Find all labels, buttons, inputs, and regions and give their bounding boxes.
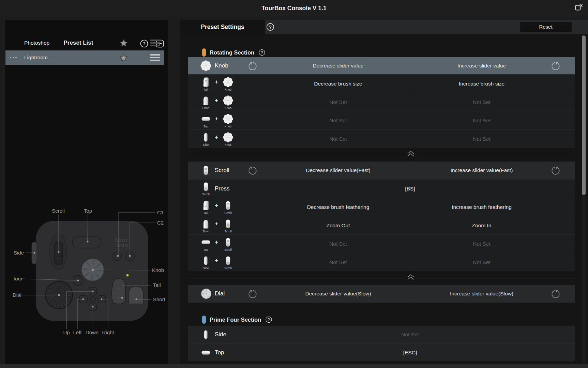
short-icon — [201, 219, 211, 229]
action-right[interactable]: Increase brush size — [410, 81, 554, 87]
action-right[interactable]: Increase slider value(Slow) — [410, 291, 554, 297]
hamburger-icon[interactable] — [150, 38, 160, 48]
row-label: Side — [215, 331, 226, 338]
label-dial: Dial — [13, 292, 21, 298]
action-right[interactable]: Not Set — [410, 136, 554, 142]
row-scroll[interactable]: ScrollDecrease slider value(Fast)Increas… — [188, 162, 575, 179]
icon-caption: Scroll — [221, 230, 236, 233]
action-left[interactable]: Not Set — [267, 118, 410, 124]
action-left[interactable]: Decrease slider value(Slow) — [267, 291, 410, 297]
icon-caption: Knob — [221, 88, 236, 91]
icon-caption: Knob — [221, 125, 236, 128]
row-short-plus-knob[interactable]: +ShortKnobNot SetNot Set — [188, 93, 575, 111]
tall-icon — [201, 77, 211, 87]
scroll-icon — [223, 219, 233, 229]
star-icon[interactable] — [119, 39, 128, 47]
row-top-plus-scroll[interactable]: +TopScrollNot SetNot Set — [188, 234, 575, 253]
label-tour: tour — [14, 276, 22, 281]
action-left[interactable]: Not Set — [267, 99, 410, 105]
action-right[interactable]: Increase brush feathering — [410, 204, 554, 210]
section-collapse-divider — [188, 271, 575, 285]
plus-combo-icon: + — [215, 79, 218, 86]
row-short-plus-scroll[interactable]: +ShortScrollZoom OutZoom In — [188, 216, 575, 234]
action-right[interactable]: Not Set — [410, 99, 554, 105]
icon-caption: Knob — [221, 106, 236, 110]
action-left[interactable]: Decrease slider value(Fast) — [267, 167, 410, 173]
row-dial[interactable]: DialDecrease slider value(Slow)Increase … — [188, 285, 575, 303]
scrollbar-thumb[interactable] — [582, 35, 586, 195]
top-icon — [201, 114, 211, 124]
section-header: Prime Four Section — [188, 315, 582, 324]
knob-icon — [223, 95, 233, 106]
action-left[interactable]: Not Set — [267, 136, 410, 142]
action-right[interactable]: Not Set — [410, 241, 554, 247]
action-left[interactable]: Zoom Out — [267, 223, 410, 229]
scroll-icon — [223, 237, 233, 247]
label-knob: Knob — [152, 267, 164, 273]
double-chevron-up-icon[interactable] — [405, 273, 416, 280]
star-icon[interactable] — [119, 53, 128, 62]
action-right[interactable]: Not Set — [410, 259, 554, 265]
double-chevron-up-icon[interactable] — [405, 150, 416, 157]
knob-icon — [223, 132, 233, 142]
icon-caption: Top — [198, 125, 213, 128]
action-left[interactable]: Decrease slider value — [267, 63, 410, 69]
tab-preset-settings-label: Preset Settings — [180, 24, 265, 31]
action-right[interactable]: Zoom In — [410, 223, 554, 229]
rotate-cw-icon — [550, 288, 561, 299]
action-right[interactable]: Increase slider value — [410, 63, 554, 69]
rotate-ccw-icon — [247, 165, 258, 176]
tab-preset-settings[interactable]: Preset Settings — [180, 20, 265, 34]
rotate-ccw-icon — [247, 288, 258, 299]
scrollbar-track[interactable] — [582, 35, 586, 363]
action-right[interactable]: Not Set — [410, 118, 554, 124]
label-down: Down — [86, 329, 99, 335]
plus-combo-icon: + — [215, 257, 218, 264]
icon-caption: Knob — [221, 143, 236, 147]
top-icon — [201, 348, 211, 358]
action-left[interactable]: Decrease brush size — [267, 81, 410, 87]
row-top-plus-knob[interactable]: +TopKnobNot SetNot Set — [188, 111, 575, 129]
knob-icon — [223, 114, 233, 124]
side-icon — [201, 256, 211, 266]
action-value[interactable]: [BS] — [267, 186, 554, 192]
row-side[interactable]: SideNot Set — [188, 326, 575, 343]
label-c2: C2 — [157, 220, 164, 226]
row-top[interactable]: Top[ESC] — [188, 343, 575, 361]
row-side-plus-knob[interactable]: +SideKnobNot SetNot Set — [188, 129, 575, 148]
app-title: TourBox Console V 1.1 — [0, 5, 588, 12]
action-left[interactable]: Not Set — [267, 241, 410, 247]
row-tall-plus-scroll[interactable]: +TallScrollDecrease brush featheringIncr… — [188, 198, 575, 216]
ellipsis-icon[interactable] — [10, 57, 17, 58]
row-tall-plus-knob[interactable]: +TallKnobDecrease brush sizeIncrease bru… — [188, 74, 575, 93]
row-press[interactable]: ScrollPress[BS] — [188, 179, 575, 198]
action-left[interactable]: Decrease brush feathering — [267, 204, 410, 210]
section-header: Rotating Section — [188, 48, 582, 57]
rotate-ccw-icon — [247, 60, 258, 71]
section-help-icon[interactable] — [258, 49, 266, 56]
section-collapse-divider — [188, 148, 575, 162]
action-left[interactable]: Not Set — [267, 259, 410, 265]
plus-combo-icon: + — [215, 239, 218, 246]
label-top: Top — [84, 208, 92, 214]
reset-button[interactable]: Reset — [520, 22, 572, 32]
row-knob[interactable]: KnobDecrease slider valueIncrease slider… — [188, 57, 575, 74]
section-help-icon[interactable] — [265, 316, 272, 323]
preset-item-photoshop[interactable]: Photoshop — [5, 36, 164, 50]
hamburger-icon[interactable] — [150, 53, 160, 62]
side-icon — [201, 132, 211, 142]
close-window-icon[interactable] — [574, 3, 584, 12]
label-short: Short — [153, 296, 166, 302]
label-right: Right — [102, 329, 114, 335]
dial-icon — [200, 288, 212, 300]
row-side-plus-scroll[interactable]: +SideScrollNot SetNot Set — [188, 253, 575, 271]
plus-combo-icon: + — [215, 220, 218, 227]
device-led — [126, 274, 129, 277]
action-value[interactable]: [ESC] — [267, 350, 554, 356]
icon-caption: Scroll — [221, 211, 236, 215]
preset-item-lightroom[interactable]: Lightroom — [5, 50, 164, 65]
action-value[interactable]: Not Set — [267, 332, 554, 338]
settings-help-icon[interactable] — [266, 23, 275, 31]
action-right[interactable]: Increase slider value(Fast) — [410, 167, 554, 173]
tall-icon — [201, 200, 211, 211]
